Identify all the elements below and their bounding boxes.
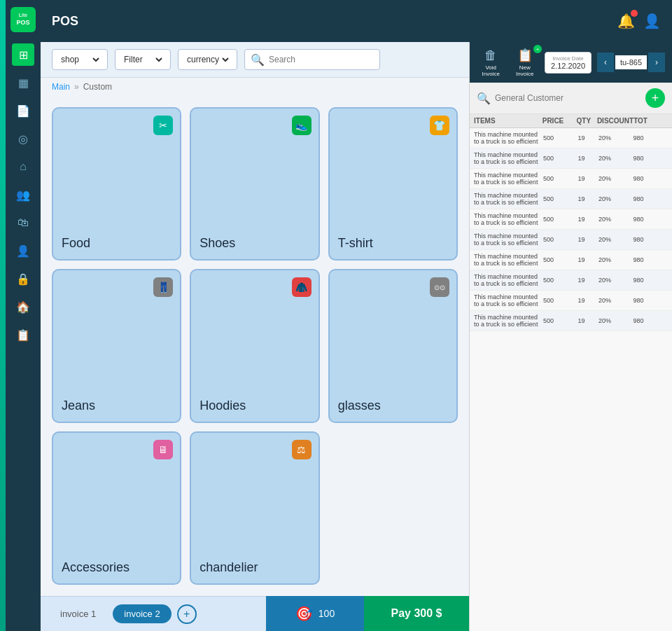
sidebar-item-home2[interactable]: 🏠 — [12, 296, 34, 318]
sidebar-item-chart[interactable]: ▦ — [12, 71, 34, 94]
category-hoodies[interactable]: 🧥 Hoodies — [190, 269, 319, 422]
header-qty: QTY — [577, 117, 597, 125]
invoice-number: tu-865 — [615, 55, 647, 69]
category-shoes[interactable]: 👟 Shoes — [190, 107, 319, 261]
row-price: 500 — [543, 155, 578, 162]
row-qty: 19 — [578, 236, 598, 243]
row-total: 980 — [634, 317, 668, 324]
row-qty: 19 — [578, 175, 598, 182]
invoice-tab-2[interactable]: invoice 2 — [113, 604, 171, 623]
add-invoice-button[interactable]: + — [177, 604, 197, 624]
row-qty: 19 — [578, 195, 598, 202]
category-glasses[interactable]: ⊙⊙ glasses — [328, 269, 458, 422]
table-row[interactable]: This machine mounted to a truck is so ef… — [470, 169, 672, 189]
row-total: 980 — [634, 175, 668, 182]
sidebar-item-user[interactable]: 👤 — [12, 240, 34, 262]
row-item: This machine mounted to a truck is so ef… — [474, 172, 543, 186]
sidebar: Lite POS ⊞ ▦ 📄 ◎ ⌂ 👥 🛍 👤 🔒 🏠 📋 — [6, 0, 41, 631]
shoes-label: Shoes — [200, 236, 235, 251]
sidebar-item-grid[interactable]: ⊞ — [12, 43, 34, 66]
row-discount: 20% — [598, 277, 633, 284]
food-icon: ✂ — [153, 116, 173, 135]
table-row[interactable]: This machine mounted to a truck is so ef… — [470, 230, 672, 250]
add-customer-button[interactable]: + — [645, 88, 665, 108]
category-accessories[interactable]: 🖥 Accessories — [52, 431, 181, 585]
invoice-tab-1[interactable]: invoice 1 — [49, 604, 107, 623]
category-jeans[interactable]: 👖 Jeans — [52, 269, 181, 422]
shop-select[interactable]: shop — [58, 54, 102, 65]
sidebar-item-users[interactable]: 👥 — [12, 183, 34, 206]
invoice-table-header: ITEMS PRICE QTY DISCOUNT TOT — [470, 114, 672, 128]
row-total: 980 — [634, 216, 668, 223]
row-price: 500 — [543, 297, 578, 304]
breadcrumb-main[interactable]: Main — [52, 82, 70, 92]
table-row[interactable]: This machine mounted to a truck is so ef… — [470, 291, 672, 311]
sidebar-item-doc2[interactable]: 📋 — [12, 324, 34, 346]
accessories-icon: 🖥 — [153, 440, 173, 459]
void-invoice-button[interactable]: 🗑 Void Invoice — [477, 48, 505, 77]
pay-button[interactable]: Pay 300 $ — [364, 596, 469, 631]
bottom-bar: invoice 1 invoice 2 + 🎯 100 Pay 300 $ — [41, 596, 469, 631]
hoodies-label: Hoodies — [200, 398, 246, 413]
filter-select[interactable]: Filter — [121, 54, 164, 65]
table-row[interactable]: This machine mounted to a truck is so ef… — [470, 148, 672, 169]
invoice-table: ITEMS PRICE QTY DISCOUNT TOT This machin… — [470, 114, 672, 631]
prev-invoice-button[interactable]: ‹ — [597, 53, 614, 72]
glasses-label: glasses — [338, 398, 381, 413]
row-price: 500 — [543, 195, 578, 202]
row-discount: 20% — [598, 256, 633, 263]
filter-bar: shop Filter currency 🔍 — [41, 42, 469, 78]
user-avatar[interactable]: 👤 — [643, 13, 661, 29]
hoodies-icon: 🧥 — [292, 277, 312, 297]
category-chandelier[interactable]: ⚖ chandelier — [190, 431, 319, 585]
table-row[interactable]: This machine mounted to a truck is so ef… — [470, 311, 672, 331]
row-discount: 20% — [598, 236, 633, 243]
new-invoice-button[interactable]: 📋 + New Invoice — [510, 48, 539, 77]
sidebar-item-home[interactable]: ⌂ — [12, 155, 34, 178]
app-logo[interactable]: Lite POS — [10, 7, 36, 32]
sidebar-item-globe[interactable]: ◎ — [12, 127, 34, 150]
table-row[interactable]: This machine mounted to a truck is so ef… — [470, 189, 672, 209]
invoice-tabs: invoice 1 invoice 2 + — [41, 596, 266, 631]
header-total: TOT — [634, 117, 668, 125]
notification-bell[interactable]: 🔔 — [617, 13, 635, 29]
topbar-icons: 🔔 👤 — [617, 13, 661, 29]
content-area: shop Filter currency 🔍 — [41, 42, 672, 631]
header-price: PRICE — [542, 117, 577, 125]
tshirt-icon: 👕 — [430, 116, 449, 135]
row-total: 980 — [634, 134, 668, 141]
row-qty: 19 — [578, 256, 598, 263]
category-food[interactable]: ✂ Food — [52, 107, 181, 261]
pay-bar: 🎯 100 Pay 300 $ — [266, 596, 469, 631]
sidebar-item-lock[interactable]: 🔒 — [12, 268, 34, 290]
topbar: POS 🔔 👤 — [41, 0, 672, 42]
invoice-rows: This machine mounted to a truck is so ef… — [470, 128, 672, 331]
pos-panel: shop Filter currency 🔍 — [41, 42, 469, 631]
row-item: This machine mounted to a truck is so ef… — [474, 192, 543, 206]
sidebar-item-document[interactable]: 📄 — [12, 99, 34, 122]
shop-dropdown[interactable]: shop — [52, 49, 108, 70]
row-price: 500 — [543, 134, 578, 141]
next-invoice-button[interactable]: › — [648, 53, 665, 72]
currency-dropdown[interactable]: currency — [178, 49, 237, 70]
loyalty-button[interactable]: 🎯 100 — [266, 596, 364, 631]
table-row[interactable]: This machine mounted to a truck is so ef… — [470, 270, 672, 291]
filter-dropdown[interactable]: Filter — [115, 49, 171, 70]
currency-select[interactable]: currency — [184, 54, 231, 65]
table-row[interactable]: This machine mounted to a truck is so ef… — [470, 128, 672, 148]
new-invoice-badge: + — [533, 45, 542, 53]
table-row[interactable]: This machine mounted to a truck is so ef… — [470, 209, 672, 230]
category-tshirt[interactable]: 👕 T-shirt — [328, 107, 458, 261]
main-content: POS 🔔 👤 shop Filter — [41, 0, 672, 631]
row-price: 500 — [543, 277, 578, 284]
row-qty: 19 — [578, 317, 598, 324]
customer-search-input[interactable] — [495, 93, 641, 103]
sidebar-item-bag[interactable]: 🛍 — [12, 212, 34, 234]
table-row[interactable]: This machine mounted to a truck is so ef… — [470, 250, 672, 270]
invoice-header: 🗑 Void Invoice 📋 + New Invoice Invoice D… — [470, 42, 672, 83]
row-qty: 19 — [578, 216, 598, 223]
row-price: 500 — [543, 236, 578, 243]
search-box[interactable]: 🔍 — [244, 49, 380, 70]
search-input[interactable] — [269, 55, 374, 64]
jeans-icon: 👖 — [153, 277, 173, 297]
